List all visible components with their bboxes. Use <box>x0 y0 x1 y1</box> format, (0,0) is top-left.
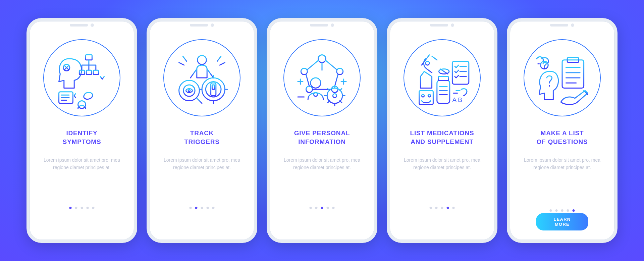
svg-rect-29 <box>437 81 450 103</box>
screen-title: LIST MEDICATIONS AND SUPPLEMENT <box>410 128 474 147</box>
track-triggers-icon <box>163 39 240 116</box>
personal-info-icon <box>283 39 361 116</box>
dot[interactable] <box>195 207 198 209</box>
svg-point-19 <box>306 86 313 93</box>
screen-description: Lorem ipsum dolor sit amet pro, mea regi… <box>278 157 366 171</box>
svg-point-9 <box>183 85 195 96</box>
svg-point-21 <box>311 78 321 88</box>
dot[interactable] <box>332 207 335 209</box>
dot[interactable] <box>561 209 564 212</box>
dot[interactable] <box>75 207 77 209</box>
onboarding-screen-1: IDENTIFY SYMPTOMS Lorem ipsum dolor sit … <box>26 18 137 243</box>
dot[interactable] <box>310 207 312 209</box>
svg-rect-15 <box>212 85 215 89</box>
identify-symptoms-icon <box>43 39 120 116</box>
dot[interactable] <box>69 207 72 209</box>
svg-rect-4 <box>93 70 98 74</box>
svg-point-28 <box>428 94 431 97</box>
dot[interactable] <box>452 207 455 209</box>
pagination-dots <box>310 207 335 209</box>
phone-notch <box>430 23 454 27</box>
onboarding-screen-2: TRACK TRIGGERS Lorem ipsum dolor sit ame… <box>147 18 257 243</box>
dot[interactable] <box>447 207 449 209</box>
dot[interactable] <box>190 207 192 209</box>
dot[interactable] <box>555 209 558 212</box>
svg-point-7 <box>198 56 207 65</box>
dot[interactable] <box>550 209 552 212</box>
dot[interactable] <box>315 207 318 209</box>
dot[interactable] <box>212 207 215 209</box>
svg-rect-32 <box>452 61 469 84</box>
phone-notch <box>70 23 94 27</box>
onboarding-screen-4: A B LIST MEDICATIONS AND SUPPLEMENT Lore… <box>387 18 497 243</box>
screen-description: Lorem ipsum dolor sit amet pro, mea regi… <box>158 157 246 171</box>
svg-rect-30 <box>438 76 448 80</box>
svg-rect-1 <box>86 55 92 60</box>
pagination-dots <box>550 209 575 212</box>
dot[interactable] <box>430 207 432 209</box>
phone-notch <box>190 23 214 27</box>
svg-point-17 <box>301 68 307 75</box>
dot[interactable] <box>441 207 443 209</box>
pagination-dots <box>190 207 215 209</box>
dot[interactable] <box>92 207 95 209</box>
svg-rect-35 <box>562 60 584 88</box>
svg-point-8 <box>179 81 200 101</box>
svg-point-25 <box>426 61 429 65</box>
dot[interactable] <box>567 209 569 212</box>
screen-title: GIVE PERSONAL INFORMATION <box>294 128 350 147</box>
onboarding-screen-3: GIVE PERSONAL INFORMATION Lorem ipsum do… <box>267 18 377 243</box>
pagination-dots <box>69 207 95 209</box>
medications-icon: A B <box>404 39 481 116</box>
svg-point-27 <box>422 94 424 97</box>
dot[interactable] <box>435 207 438 209</box>
dot[interactable] <box>573 209 575 212</box>
phone-notch <box>310 23 334 27</box>
dot[interactable] <box>327 207 329 209</box>
onboarding-screen-5: MAKE A LIST OF QUESTIONS Lorem ipsum dol… <box>507 18 618 243</box>
svg-rect-3 <box>86 70 91 74</box>
phone-notch <box>550 23 574 27</box>
svg-point-16 <box>318 55 326 63</box>
svg-point-6 <box>78 101 86 108</box>
dot[interactable] <box>81 207 83 209</box>
screen-description: Lorem ipsum dolor sit amet pro, mea regi… <box>38 157 126 171</box>
learn-more-button[interactable]: LEARN MORE <box>536 213 588 230</box>
pagination-dots <box>430 207 455 209</box>
screen-title: TRACK TRIGGERS <box>184 128 220 147</box>
dot[interactable] <box>87 207 89 209</box>
questions-list-icon <box>524 39 601 116</box>
dot[interactable] <box>201 207 203 209</box>
screen-description: Lorem ipsum dolor sit amet pro, mea regi… <box>518 157 606 171</box>
svg-point-18 <box>337 68 343 75</box>
svg-text:A B: A B <box>452 96 462 103</box>
dot[interactable] <box>207 207 209 209</box>
screen-title: MAKE A LIST OF QUESTIONS <box>536 128 588 147</box>
svg-point-11 <box>188 90 190 92</box>
dot[interactable] <box>321 207 323 209</box>
screen-description: Lorem ipsum dolor sit amet pro, mea regi… <box>398 157 486 171</box>
screen-title: IDENTIFY SYMPTOMS <box>63 128 101 147</box>
